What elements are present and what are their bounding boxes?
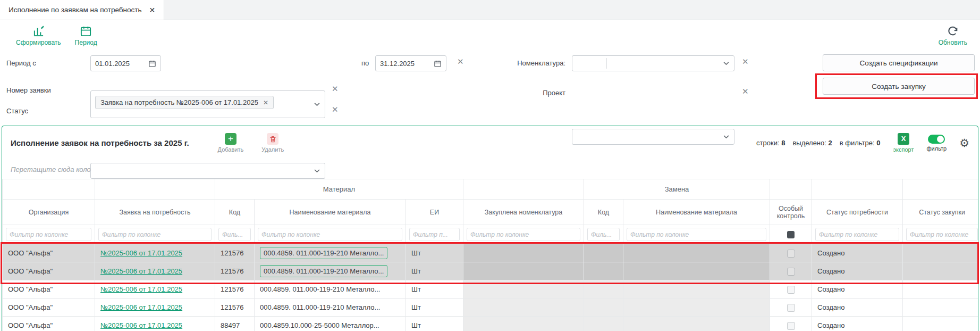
filter-input-purchase-status[interactable] (906, 228, 978, 241)
export-button[interactable]: X экспорт (893, 133, 914, 153)
column-header-purchase-status[interactable]: Статус закупки (903, 200, 978, 225)
app-window: Исполнение по заявкам на потребность ✕ С… (0, 0, 980, 331)
request-number-select[interactable]: Заявка на потребность №2025-006 от 17.01… (90, 90, 325, 118)
cell-material[interactable]: 000.4859. 011.000-119-210 Металло... (255, 262, 406, 280)
clear-nomenclature-icon[interactable]: ✕ (742, 57, 749, 67)
cell-purchase-status (903, 317, 978, 331)
selected-count: выделено: 2 (792, 139, 832, 147)
grid-title: Исполнение заявок на потребность за 2025… (11, 138, 189, 147)
table-row[interactable]: ООО "Альфа" №2025-006 от 17.01.2025 1215… (3, 299, 979, 317)
column-header-unit[interactable]: ЕИ (406, 200, 463, 225)
table-row[interactable]: ООО "Альфа" №2025-006 от 17.01.2025 1215… (3, 280, 979, 299)
create-specifications-button[interactable]: Создать спецификации (823, 54, 975, 71)
column-header-request[interactable]: Заявка на потребность (95, 200, 215, 225)
filter-input-request[interactable] (98, 228, 212, 241)
clear-period-icon[interactable]: ✕ (457, 57, 464, 67)
column-header-repl-name[interactable]: Наименование материала (623, 200, 770, 225)
request-chip[interactable]: Заявка на потребность №2025-006 от 17.01… (95, 96, 274, 109)
cell-material[interactable]: 000.4859.10.000-25-5000 Металлор... (255, 317, 406, 331)
request-link[interactable]: №2025-006 от 17.01.2025 (100, 303, 182, 311)
request-number-label: Номер заявки (6, 86, 51, 95)
cell-replacement-material (623, 244, 770, 262)
filter-cell (623, 225, 770, 244)
chevron-down-icon[interactable] (314, 169, 320, 173)
cell-code: 121576 (215, 262, 255, 280)
clear-project-icon[interactable]: ✕ (742, 87, 749, 96)
column-header-code[interactable]: Код (215, 200, 255, 225)
chevron-down-icon[interactable] (723, 135, 729, 139)
period-from-input[interactable]: 01.01.2025 (90, 55, 161, 71)
table-row[interactable]: ООО "Альфа" №2025-006 от 17.01.2025 8849… (3, 317, 979, 331)
request-link[interactable]: №2025-006 от 17.01.2025 (100, 249, 182, 257)
column-header-material-name[interactable]: Наименование материала (255, 200, 406, 225)
cell-material[interactable]: 000.4859. 011.000-119-210 Металло... (255, 280, 406, 299)
chevron-down-icon[interactable] (314, 103, 320, 106)
special-control-checkbox[interactable] (787, 250, 795, 258)
table-row[interactable]: ООО "Альфа" №2025-006 от 17.01.2025 1215… (3, 244, 979, 262)
column-header-repl-code[interactable]: Код (584, 200, 623, 225)
special-control-checkbox[interactable] (787, 268, 795, 276)
cell-code: 121576 (215, 280, 255, 299)
cell-request: №2025-006 от 17.01.2025 (95, 299, 215, 317)
calendar-icon[interactable] (434, 60, 442, 68)
filter-input-need-status[interactable] (815, 228, 899, 241)
toggle-icon[interactable] (928, 135, 945, 144)
filter-input-repl-name[interactable] (627, 228, 766, 241)
cell-purchase-status (903, 280, 978, 299)
cell-replacement-code (584, 262, 623, 280)
tab-execution-requests[interactable]: Исполнение по заявкам на потребность ✕ (0, 0, 164, 20)
project-select[interactable] (572, 129, 734, 145)
cell-material[interactable]: 000.4859. 011.000-119-210 Металло... (255, 299, 406, 317)
filter-input-unit[interactable] (409, 228, 460, 241)
column-header-need-status[interactable]: Статус потребности (812, 200, 903, 225)
filter-input-repl-code[interactable] (587, 228, 620, 241)
gear-icon[interactable]: ⚙ (959, 137, 969, 148)
calendar-icon[interactable] (148, 60, 156, 68)
header-group-empty (3, 179, 95, 200)
request-link[interactable]: №2025-006 от 17.01.2025 (100, 285, 182, 293)
rows-count: строки: 8 (756, 139, 785, 147)
period-button[interactable]: Период (75, 25, 97, 46)
cell-material[interactable]: 000.4859. 011.000-119-210 Металло... (255, 244, 406, 262)
generate-button[interactable]: Сформировать (16, 25, 61, 46)
status-select[interactable] (90, 163, 325, 179)
period-label: Период (75, 39, 97, 46)
filter-cell (215, 225, 255, 244)
filter-cell (812, 225, 903, 244)
clear-request-icon[interactable]: ✕ (332, 84, 339, 94)
grid-toolbar: Исполнение заявок на потребность за 2025… (2, 126, 978, 160)
special-control-checkbox[interactable] (787, 304, 795, 312)
table-row[interactable]: ООО "Альфа" №2025-006 от 17.01.2025 1215… (3, 262, 979, 280)
filtered-count-label: в фильтре: (840, 139, 875, 147)
rows-count-label: строки: (756, 139, 779, 147)
period-to-input[interactable]: 31.12.2025 (375, 55, 446, 71)
chevron-down-icon[interactable] (723, 62, 729, 65)
request-link[interactable]: №2025-006 от 17.01.2025 (100, 321, 182, 329)
clear-status-icon[interactable]: ✕ (332, 105, 339, 114)
special-control-checkbox[interactable] (787, 286, 795, 294)
nomenclature-select[interactable] (572, 55, 734, 71)
cell-organization: ООО "Альфа" (3, 280, 95, 299)
refresh-button[interactable]: Обновить (939, 26, 967, 46)
cell-request: №2025-006 от 17.01.2025 (95, 262, 215, 280)
filter-input-material-name[interactable] (258, 228, 402, 241)
chip-remove-icon[interactable]: ✕ (263, 99, 268, 106)
column-header-purchased[interactable]: Закуплена номенклатура (463, 200, 584, 225)
header-group-material: Материал (215, 179, 463, 200)
special-control-filter-checkbox[interactable] (787, 231, 795, 238)
add-button[interactable]: + Добавить (218, 133, 244, 153)
delete-button[interactable]: Удалить (261, 133, 284, 153)
column-header-organization[interactable]: Организация (3, 200, 95, 225)
request-link[interactable]: №2025-006 от 17.01.2025 (100, 267, 182, 275)
filter-input-purchased[interactable] (467, 228, 580, 241)
filter-input-code[interactable] (218, 228, 251, 241)
column-header-special-control[interactable]: Особый контроль (770, 200, 812, 225)
cell-replacement-material (623, 317, 770, 331)
filter-input-organization[interactable] (6, 228, 91, 241)
special-control-checkbox[interactable] (787, 322, 795, 330)
calendar-icon (80, 25, 92, 37)
tab-close-icon[interactable]: ✕ (149, 6, 156, 14)
create-purchase-button[interactable]: Создать закупку (823, 78, 975, 95)
add-label: Добавить (218, 146, 244, 153)
filter-toggle[interactable]: фильтр (927, 135, 947, 152)
